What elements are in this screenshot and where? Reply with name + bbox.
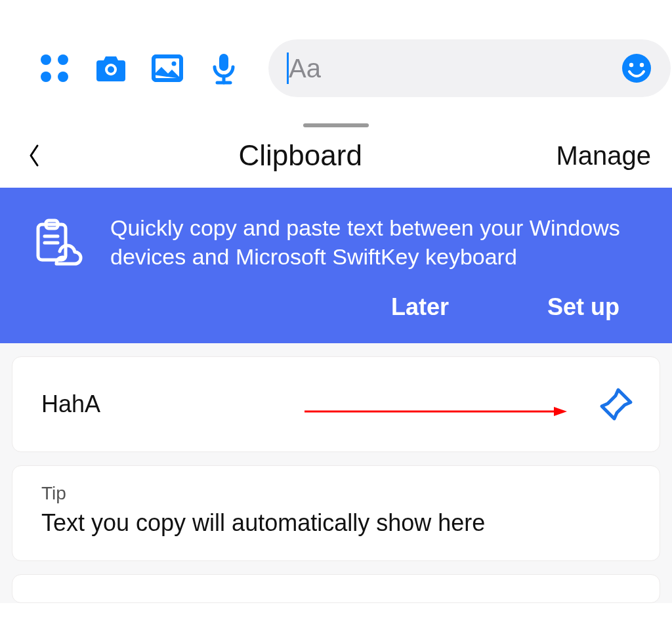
cloud-clipboard-promo: Quickly copy and paste text between your… <box>0 188 672 343</box>
clipboard-cloud-icon <box>30 217 84 270</box>
messenger-input-bar <box>0 0 672 123</box>
message-input[interactable] <box>289 54 621 83</box>
clipboard-header: Clipboard Manage <box>0 130 672 188</box>
clipboard-title: Clipboard <box>45 139 556 172</box>
drag-handle[interactable] <box>303 123 369 127</box>
svg-point-14 <box>640 63 644 67</box>
svg-point-12 <box>622 54 651 83</box>
emoji-icon[interactable] <box>621 52 652 84</box>
camera-icon[interactable] <box>93 50 129 87</box>
tip-label: Tip <box>41 483 631 504</box>
clipboard-item[interactable]: HahA <box>12 356 660 452</box>
microphone-icon[interactable] <box>205 50 242 87</box>
gallery-icon[interactable] <box>149 50 186 87</box>
message-input-container[interactable] <box>268 39 671 97</box>
svg-point-1 <box>58 54 68 65</box>
keyboard-panel: Clipboard Manage Quickly copy and paste … <box>0 123 672 603</box>
svg-point-3 <box>58 72 68 82</box>
svg-rect-9 <box>219 54 228 71</box>
tip-card[interactable]: Tip Text you copy will automatically sho… <box>12 465 660 561</box>
later-button[interactable]: Later <box>391 293 449 321</box>
manage-button[interactable]: Manage <box>556 141 651 171</box>
clipboard-item-text: HahA <box>41 390 597 418</box>
setup-button[interactable]: Set up <box>547 293 620 321</box>
promo-text: Quickly copy and paste text between your… <box>110 214 642 271</box>
svg-point-5 <box>108 66 114 73</box>
clipboard-list: HahA Tip Text you copy will automaticall… <box>0 343 672 603</box>
svg-point-2 <box>41 72 51 82</box>
tip-text: Text you copy will automatically show he… <box>41 509 631 537</box>
svg-point-13 <box>629 63 633 67</box>
pin-icon[interactable] <box>597 385 636 424</box>
tip-card[interactable] <box>12 574 660 603</box>
svg-point-0 <box>41 54 51 65</box>
svg-point-8 <box>172 62 177 66</box>
back-icon[interactable] <box>24 140 45 171</box>
apps-icon[interactable] <box>36 50 73 87</box>
